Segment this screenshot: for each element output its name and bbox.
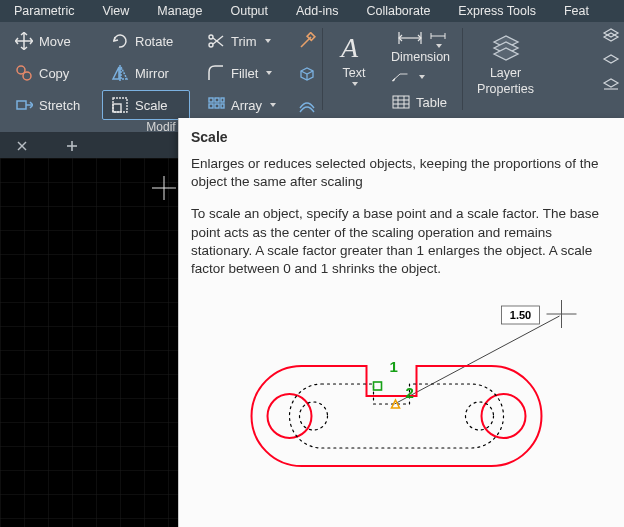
tooltip-detail: To scale an object, specify a base point… (191, 205, 612, 278)
modify-panel: Move Rotate Trim (0, 22, 322, 132)
text-dropdown-caret[interactable] (352, 82, 358, 86)
leader-icon[interactable] (391, 68, 409, 86)
layer-properties-icon (489, 30, 523, 64)
svg-rect-18 (215, 98, 219, 102)
layer-properties-label1: Layer (490, 66, 521, 80)
mirror-icon (111, 64, 129, 82)
dimension-icon (396, 28, 424, 48)
svg-point-62 (466, 402, 494, 430)
svg-text:2: 2 (406, 384, 414, 401)
move-icon (15, 32, 33, 50)
stretch-label: Stretch (39, 98, 80, 113)
svg-point-3 (209, 35, 213, 39)
svg-rect-21 (215, 104, 219, 108)
trim-icon (207, 32, 225, 50)
svg-rect-63 (374, 382, 382, 390)
tooltip-title: Scale (191, 128, 612, 147)
svg-rect-19 (221, 98, 224, 102)
move-button[interactable]: Move (6, 26, 94, 56)
mirror-button[interactable]: Mirror (102, 58, 190, 88)
rotate-label: Rotate (135, 34, 173, 49)
layer-properties-label2: Properties (477, 82, 534, 96)
menu-parametric[interactable]: Parametric (0, 1, 88, 21)
copy-icon (15, 64, 33, 82)
tooltip-illustration: 1.50 1 2 (191, 296, 612, 496)
menu-view[interactable]: View (88, 1, 143, 21)
menu-express-tools[interactable]: Express Tools (444, 1, 550, 21)
fillet-icon (207, 64, 225, 82)
menu-manage[interactable]: Manage (143, 1, 216, 21)
layer-properties-button[interactable]: Layer Properties (469, 26, 542, 98)
svg-rect-13 (17, 101, 26, 109)
menu-bar: Parametric View Manage Output Add-ins Co… (0, 0, 624, 22)
stretch-icon (15, 96, 33, 114)
svg-marker-44 (604, 79, 618, 87)
svg-text:1.50: 1.50 (510, 309, 531, 321)
layer-previous-icon[interactable] (602, 74, 620, 92)
array-label: Array (231, 98, 262, 113)
svg-rect-33 (393, 96, 409, 108)
rotate-button[interactable]: Rotate (102, 26, 190, 56)
linear-dim-icon[interactable] (430, 28, 446, 44)
fillet-button[interactable]: Fillet (198, 58, 286, 88)
svg-point-9 (23, 72, 31, 80)
mirror-label: Mirror (135, 66, 169, 81)
trim-button[interactable]: Trim (198, 26, 286, 56)
text-label: Text (343, 66, 366, 80)
linear-dropdown-caret[interactable] (436, 44, 442, 48)
erase-icon[interactable] (298, 32, 316, 50)
move-label: Move (39, 34, 71, 49)
rotate-icon (111, 32, 129, 50)
svg-rect-17 (209, 98, 213, 102)
stretch-button[interactable]: Stretch (6, 90, 94, 120)
scale-tooltip: Scale Enlarges or reduces selected objec… (178, 118, 624, 527)
menu-addins[interactable]: Add-ins (282, 1, 352, 21)
text-button[interactable]: A Text (329, 26, 379, 116)
svg-rect-22 (221, 104, 224, 108)
dimension-label: Dimension (391, 50, 450, 64)
menu-featured[interactable]: Feat (550, 1, 603, 21)
copy-button[interactable]: Copy (6, 58, 94, 88)
array-dropdown-caret[interactable] (270, 103, 276, 107)
copy-label: Copy (39, 66, 69, 81)
fillet-label: Fillet (231, 66, 258, 81)
scale-label: Scale (135, 98, 168, 113)
tab-add-button[interactable] (64, 138, 80, 154)
menu-collaborate[interactable]: Collaborate (352, 1, 444, 21)
svg-rect-20 (209, 104, 213, 108)
array-icon (207, 96, 225, 114)
svg-marker-12 (121, 67, 127, 79)
menu-output[interactable]: Output (217, 1, 283, 21)
table-label: Table (416, 95, 447, 110)
svg-point-61 (300, 402, 328, 430)
svg-text:A: A (339, 32, 359, 63)
explode-icon[interactable] (298, 64, 316, 82)
scale-button[interactable]: Scale (102, 90, 190, 120)
ribbon: Move Rotate Trim (0, 22, 624, 133)
fillet-dropdown-caret[interactable] (266, 71, 272, 75)
table-button[interactable]: Table (385, 88, 456, 116)
leader-dropdown-caret[interactable] (419, 75, 425, 79)
svg-marker-32 (393, 79, 395, 81)
layer-states-icon[interactable] (602, 26, 620, 44)
dimension-button[interactable]: Dimension (385, 26, 456, 66)
tab-close-button[interactable] (14, 138, 30, 154)
text-icon: A (337, 30, 371, 64)
array-button[interactable]: Array (198, 90, 286, 120)
tooltip-summary: Enlarges or reduces selected objects, ke… (191, 155, 612, 191)
svg-point-2 (209, 43, 213, 47)
layer-match-icon[interactable] (602, 50, 620, 68)
trim-dropdown-caret[interactable] (265, 39, 271, 43)
table-icon (392, 93, 410, 111)
svg-rect-16 (113, 98, 127, 112)
layers-panel: Layer Properties (463, 22, 548, 132)
trim-label: Trim (231, 34, 257, 49)
svg-marker-43 (604, 55, 618, 63)
svg-text:1: 1 (390, 358, 398, 375)
scale-icon (111, 96, 129, 114)
annotation-panel: A Text (323, 22, 462, 132)
svg-point-59 (268, 394, 312, 438)
offset-icon[interactable] (298, 96, 316, 114)
svg-marker-11 (113, 67, 119, 79)
svg-rect-15 (113, 104, 121, 112)
